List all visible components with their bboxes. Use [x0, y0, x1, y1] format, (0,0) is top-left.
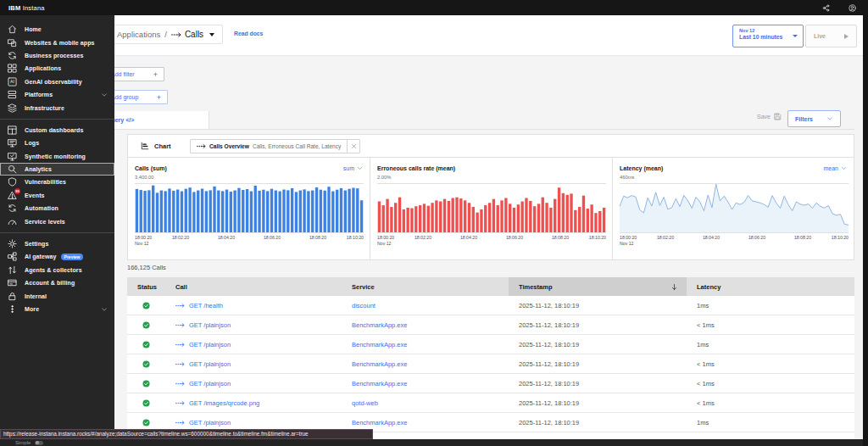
x-axis: 18:00:20Nov 1218:02:2018:04:2018:06:2018… [620, 233, 847, 246]
time-range-picker[interactable]: Nov 12 Last 10 minutes [732, 25, 804, 47]
call-link[interactable]: GET /health [175, 302, 223, 309]
sidebar-item-synthetic-monitoring[interactable]: Synthetic monitoring [0, 150, 114, 163]
column-header-timestamp[interactable]: Timestamp [509, 277, 687, 296]
user-avatar-icon[interactable] [849, 4, 856, 12]
x-tick-label: 18:00:20Nov 12 [620, 235, 637, 246]
dashboards-icon [8, 125, 17, 135]
table-header: StatusCallServiceTimestampLatency [127, 277, 854, 296]
service-link[interactable]: BenchmarkApp.exe [352, 419, 407, 426]
call-link[interactable]: GET /images/qrcode.png [175, 399, 259, 407]
timestamp-cell: 2025-11-12, 18:10:19 [509, 296, 687, 315]
time-picker-range: Last 10 minutes [739, 34, 797, 40]
call-link[interactable]: GET /plainjson [175, 380, 231, 387]
sidebar-item-custom-dashboards[interactable]: Custom dashboards [0, 124, 114, 137]
sidebar-item-ai-gateway[interactable]: AI gatewayPreview [0, 250, 114, 263]
success-status-icon [142, 380, 150, 387]
sidebar-item-business-processes[interactable]: Business processes [0, 49, 114, 62]
sidebar-item-analytics[interactable]: Analytics [0, 163, 114, 176]
home-icon [8, 25, 17, 34]
column-header-status[interactable]: Status [127, 277, 165, 296]
timestamp-cell: 2025-11-12, 18:10:19 [509, 374, 687, 393]
breadcrumb-calls[interactable]: Calls [171, 30, 214, 39]
sidebar-item-label: AI gateway [25, 254, 57, 259]
chart-panel-calls-sum: Calls (sum)sum3,400.0018:00:20Nov 1218:0… [128, 158, 370, 259]
service-link[interactable]: qotd-web [352, 399, 378, 407]
sidebar-item-account-billing[interactable]: Account & billing [0, 276, 114, 289]
sidebar-item-applications[interactable]: Applications [0, 62, 114, 75]
chart-plot[interactable] [377, 182, 606, 233]
sidebar-item-home[interactable]: Home [0, 23, 114, 36]
save-button[interactable]: Save [757, 113, 782, 120]
service-link[interactable]: discount [352, 302, 376, 309]
column-header-service[interactable]: Service [342, 277, 509, 296]
call-link[interactable]: GET /plainjson [175, 360, 231, 368]
sidebar-item-websites-mobile-apps[interactable]: Websites & mobile apps [0, 36, 114, 48]
call-link[interactable]: GET /plainjson [175, 419, 231, 426]
service-link[interactable]: BenchmarkApp.exe [352, 360, 407, 368]
calls-overview-chip[interactable]: Calls Overview Calls, Erroneous Call Rat… [190, 139, 360, 153]
sidebar-item-vulnerabilities[interactable]: Vulnerabilities [0, 176, 114, 188]
y-axis-max-label: 460ms [620, 175, 847, 182]
tab-chart[interactable]: Chart [141, 142, 171, 150]
chart-plot[interactable] [620, 182, 849, 233]
column-header-call[interactable]: Call [165, 277, 342, 296]
aggregation-dropdown[interactable]: sum [343, 165, 363, 171]
calls-count: 166,125 Calls [127, 264, 166, 271]
service-link[interactable]: BenchmarkApp.exe [352, 341, 407, 348]
brand-logo[interactable]: IBM Instana [8, 4, 45, 12]
chevron-down-icon [841, 165, 847, 171]
status-bar-url: https://release-instana.instana.rocks/#/… [0, 429, 373, 439]
sidebar-item-automation[interactable]: Automation [0, 202, 114, 215]
x-tick-label: 18:06:20 [506, 235, 523, 240]
sidebar-item-events[interactable]: 99Events [0, 189, 114, 202]
status-cell [127, 393, 165, 412]
timestamp-cell: 2025-11-12, 18:10:19 [509, 354, 687, 373]
sidebar-item-settings[interactable]: Settings [0, 237, 114, 250]
simple-toggle[interactable] [35, 441, 43, 445]
service-link[interactable]: BenchmarkApp.exe [352, 321, 407, 329]
chart-card: Chart Calls Overview Calls, Erroneous Ca… [127, 134, 854, 260]
table-row[interactable]: GET /healthdiscount2025-11-12, 18:10:191… [127, 296, 854, 315]
sidebar-item-label: More [25, 306, 39, 312]
agents-icon [8, 265, 17, 275]
call-cell: GET /plainjson [165, 335, 342, 354]
sidebar-item-label: Service levels [25, 219, 65, 225]
read-docs-link[interactable]: Read docs [234, 31, 263, 36]
close-icon[interactable] [347, 140, 359, 153]
sidebar-item-internal[interactable]: Internal [0, 289, 114, 302]
table-row[interactable]: GET /plainjsonBenchmarkApp.exe2025-11-12… [127, 315, 854, 335]
call-link[interactable]: GET /plainjson [175, 341, 231, 348]
breadcrumb[interactable]: Applications / Calls [108, 25, 223, 44]
call-link[interactable]: GET /plainjson [175, 321, 231, 329]
chart-plot[interactable] [135, 182, 364, 233]
x-tick-label: 18:00:20Nov 12 [377, 235, 394, 246]
latency-cell: 1ms [687, 296, 854, 315]
aggregation-dropdown[interactable]: mean [823, 165, 847, 171]
service-link[interactable]: BenchmarkApp.exe [352, 380, 407, 387]
table-row[interactable]: GET /plainjsonBenchmarkApp.exe2025-11-12… [127, 374, 854, 393]
live-button[interactable]: Live [805, 25, 857, 47]
sidebar-item-agents-collectors[interactable]: Agents & collectors [0, 264, 114, 276]
calls-icon [197, 143, 206, 149]
column-header-latency[interactable]: Latency [687, 277, 854, 296]
table-row[interactable]: GET /images/qrcode.pngqotd-web2025-11-12… [127, 393, 854, 413]
call-cell: GET /plainjson [165, 374, 342, 393]
sidebar-item-infrastructure[interactable]: Infrastructure [0, 101, 114, 114]
internal-icon [8, 292, 17, 301]
filters-button[interactable]: Filters [787, 110, 841, 127]
table-row[interactable]: GET /plainjsonBenchmarkApp.exe2025-11-12… [127, 335, 854, 354]
sidebar-item-logs[interactable]: Logs [0, 137, 114, 149]
simple-label: Simple [15, 440, 31, 445]
x-tick-sub-label: Nov 12 [377, 241, 394, 246]
sidebar-item-genai-observability[interactable]: AIGenAI observability [0, 75, 114, 88]
share-icon[interactable] [822, 4, 830, 12]
sort-down-icon [670, 283, 678, 291]
y-axis-max-label: 2.00% [377, 175, 605, 182]
chevron-down-icon [793, 35, 798, 37]
sidebar-item-more[interactable]: More [0, 303, 114, 315]
table-row[interactable]: GET /plainjsonBenchmarkApp.exe2025-11-12… [127, 354, 854, 374]
sidebar-item-platforms[interactable]: Platforms [0, 88, 114, 101]
service-cell: discount [342, 296, 509, 315]
sidebar-item-service-levels[interactable]: Service levels [0, 215, 114, 227]
sidebar-item-label: GenAI observability [25, 79, 82, 85]
